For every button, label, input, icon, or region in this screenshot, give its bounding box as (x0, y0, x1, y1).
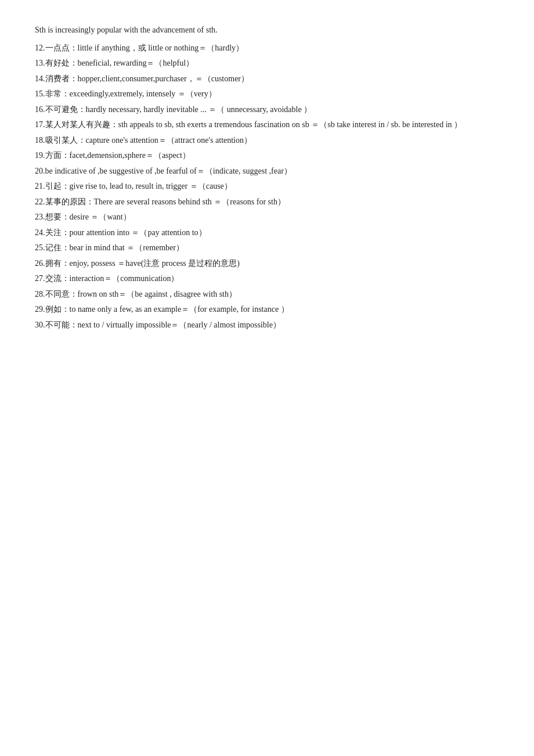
list-item: 13.有好处：beneficial, rewarding＝（helpful） (35, 56, 499, 71)
item-number: 27. (35, 274, 45, 283)
item-zh: 非常： (45, 89, 70, 98)
list-item: 26.拥有：enjoy, possess ＝have(注意 process 是过… (35, 257, 499, 271)
item-zh: 记住： (45, 243, 70, 252)
item-zh: 想要： (45, 213, 70, 221)
item-number: 15. (35, 89, 45, 98)
item-zh: 拥有： (45, 259, 70, 268)
item-content: be indicative of ,be suggestive of ,be f… (45, 167, 292, 175)
item-zh: 不可能： (45, 321, 78, 329)
item-content: exceedingly,extremely, intensely ＝（very） (70, 89, 217, 98)
item-content: little if anything，或 little or nothing＝（… (78, 44, 244, 52)
item-number: 28. (35, 290, 45, 298)
item-number: 13. (35, 59, 45, 67)
item-content: enjoy, possess ＝have(注意 process 是过程的意思) (70, 259, 240, 268)
item-zh: 关注： (45, 228, 70, 237)
item-number: 17. (35, 120, 45, 129)
list-item: 23.想要：desire ＝（want） (35, 210, 499, 225)
list-item: 25.记住：bear in mind that ＝（remember） (35, 241, 499, 255)
list-item: 16.不可避免：hardly necessary, hardly inevita… (35, 103, 499, 117)
item-content: interaction＝（communication） (70, 274, 179, 283)
item-zh: 一点点： (45, 44, 78, 52)
list-item: 17.某人对某人有兴趣：sth appeals to sb, sth exert… (35, 118, 499, 132)
item-number: 20. (35, 167, 45, 175)
list-item: 12.一点点：little if anything，或 little or no… (35, 41, 499, 56)
item-zh: 引起： (45, 182, 70, 190)
item-content: to name only a few, as an example＝（for e… (70, 305, 289, 314)
item-content: pour attention into ＝（pay attention to） (70, 228, 207, 237)
item-zh: 某事的原因： (45, 197, 94, 206)
item-content: give rise to, lead to, result in, trigge… (70, 182, 232, 190)
item-number: 14. (35, 74, 45, 83)
item-number: 30. (35, 321, 45, 329)
item-number: 18. (35, 136, 45, 145)
item-content: bear in mind that ＝（remember） (70, 243, 185, 252)
list-item: 28.不同意：frown on sth＝（be against , disagr… (35, 287, 499, 302)
item-number: 26. (35, 259, 45, 268)
item-content: There are several reasons behind sth ＝（r… (94, 197, 286, 206)
item-number: 21. (35, 182, 45, 190)
list-item: 15.非常：exceedingly,extremely, intensely ＝… (35, 87, 499, 102)
item-content: frown on sth＝（be against , disagree with… (78, 290, 237, 298)
item-content: desire ＝（want） (70, 213, 131, 221)
item-content: facet,demension,sphere＝（aspect） (70, 151, 190, 160)
item-zh: 方面： (45, 151, 70, 160)
item-content: hopper,client,consumer,purchaser，＝（custo… (78, 74, 250, 83)
item-zh: 吸引某人： (45, 136, 86, 145)
item-zh: 某人对某人有兴趣： (45, 120, 118, 129)
list-item: 18.吸引某人：capture one's attention＝（attract… (35, 134, 499, 148)
item-number: 12. (35, 44, 45, 52)
list-item: 24.关注：pour attention into ＝（pay attentio… (35, 226, 499, 240)
list-item: 30.不可能：next to / virtually impossible＝（n… (35, 318, 499, 333)
list-item: 21.引起：give rise to, lead to, result in, … (35, 179, 499, 194)
item-number: 22. (35, 197, 45, 206)
item-zh: 例如： (45, 305, 70, 314)
item-zh: 有好处： (45, 59, 78, 67)
item-zh: 不同意： (45, 290, 78, 298)
vocab-list: 12.一点点：little if anything，或 little or no… (35, 41, 499, 333)
list-item: 22.某事的原因：There are several reasons behin… (35, 195, 499, 210)
item-content: sth appeals to sb, sth exerts a tremendo… (118, 120, 463, 129)
item-content: hardly necessary, hardly inevitable ... … (86, 105, 312, 114)
item-content: beneficial, rewarding＝（helpful） (78, 59, 194, 67)
item-zh: 消费者： (45, 74, 78, 83)
item-number: 19. (35, 151, 45, 160)
list-item: 20.be indicative of ,be suggestive of ,b… (35, 164, 499, 179)
item-number: 24. (35, 228, 45, 237)
item-zh: 交流： (45, 274, 70, 283)
item-content: capture one's attention＝（attract one's a… (86, 136, 252, 145)
list-item: 29.例如：to name only a few, as an example＝… (35, 303, 499, 317)
list-item: 19.方面：facet,demension,sphere＝（aspect） (35, 149, 499, 163)
item-number: 29. (35, 305, 45, 314)
intro-text: Sth is increasingly popular with the adv… (35, 23, 499, 38)
item-number: 16. (35, 105, 45, 114)
list-item: 27.交流：interaction＝（communication） (35, 272, 499, 286)
item-zh: 不可避免： (45, 105, 86, 114)
item-content: next to / virtually impossible＝（nearly /… (78, 321, 281, 329)
list-item: 14.消费者：hopper,client,consumer,purchaser，… (35, 72, 499, 87)
item-number: 25. (35, 243, 45, 252)
item-number: 23. (35, 213, 45, 221)
